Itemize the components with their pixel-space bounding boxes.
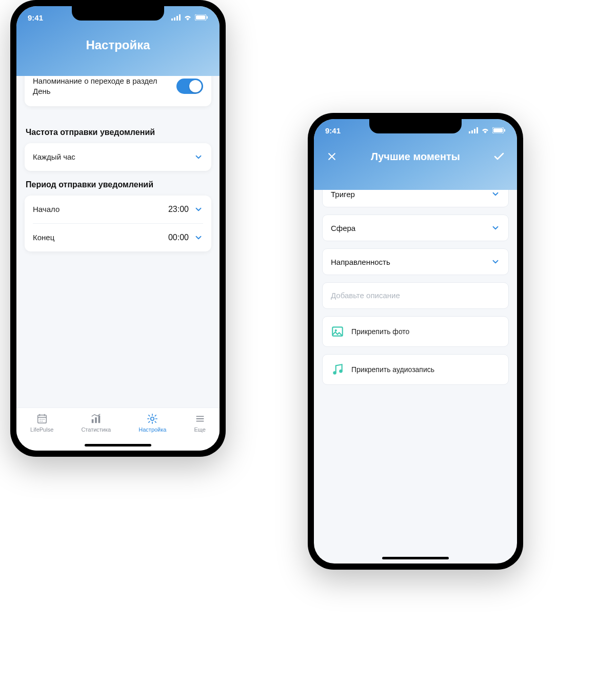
battery-icon: [492, 127, 506, 133]
svg-rect-29: [504, 129, 505, 132]
reminder-label: Напоминание о переходе в раздел День: [33, 76, 166, 97]
chevron-down-icon: [491, 257, 500, 266]
period-end-label: Конец: [33, 233, 54, 242]
menu-icon: [194, 413, 206, 424]
svg-point-19: [151, 417, 154, 420]
music-icon: [331, 363, 344, 376]
page-title: Лучшие моменты: [340, 151, 491, 163]
svg-point-33: [339, 370, 343, 373]
svg-rect-17: [95, 417, 97, 423]
reminder-toggle[interactable]: [176, 79, 203, 94]
tab-lifepulse[interactable]: LifePulse: [30, 413, 53, 433]
period-card: Начало 23:00 Конец 00:00: [25, 196, 211, 251]
svg-rect-28: [493, 128, 503, 132]
signal-icon: [469, 127, 478, 133]
status-time: 9:41: [28, 13, 43, 22]
period-heading: Период отправки уведомлений: [26, 180, 211, 189]
phone-notch: [72, 6, 164, 21]
dropdown-label: Сфера: [331, 224, 355, 232]
period-start-row[interactable]: Начало 23:00: [33, 196, 203, 223]
svg-rect-1: [174, 17, 175, 21]
period-end-value: 00:00: [168, 233, 189, 242]
svg-rect-24: [471, 130, 473, 133]
svg-rect-0: [171, 18, 173, 21]
direction-dropdown[interactable]: Направленность: [322, 248, 509, 275]
chevron-down-icon: [491, 223, 500, 232]
svg-rect-26: [476, 127, 478, 133]
phone-mockup-moments: 9:41 Лучшие моменты Тригер: [308, 113, 523, 570]
svg-point-11: [39, 419, 41, 420]
status-time: 9:41: [325, 126, 341, 135]
svg-point-14: [39, 421, 41, 422]
frequency-value: Каждый час: [33, 152, 75, 161]
attach-photo-label: Прикрепить фото: [351, 327, 409, 336]
svg-point-12: [42, 419, 43, 420]
stats-icon: [90, 413, 102, 424]
svg-rect-25: [474, 129, 475, 133]
period-start-label: Начало: [33, 205, 59, 213]
chevron-down-icon: [194, 152, 203, 162]
period-end-row[interactable]: Конец 00:00: [33, 224, 203, 251]
svg-rect-2: [176, 16, 178, 21]
gear-icon: [147, 413, 158, 424]
svg-rect-3: [179, 14, 181, 21]
check-icon: [493, 150, 505, 163]
period-start-value: 23:00: [168, 205, 189, 214]
attach-photo-button[interactable]: Прикрепить фото: [322, 316, 509, 347]
tab-stats[interactable]: Статистика: [81, 413, 111, 433]
photo-icon: [331, 325, 344, 338]
description-placeholder: Добавьте описание: [331, 291, 400, 300]
svg-point-31: [335, 329, 337, 332]
dropdown-label: Тригер: [331, 190, 355, 199]
description-input[interactable]: Добавьте описание: [322, 282, 509, 309]
svg-point-15: [42, 421, 43, 422]
svg-rect-5: [196, 15, 205, 20]
frequency-select[interactable]: Каждый час: [25, 143, 211, 171]
frequency-heading: Частота отправки уведомлений: [26, 128, 211, 137]
wifi-icon: [184, 14, 192, 21]
tab-label: Настройка: [138, 426, 166, 433]
dropdown-label: Направленность: [331, 258, 390, 266]
chevron-down-icon: [194, 233, 203, 242]
tab-settings[interactable]: Настройка: [138, 413, 166, 433]
battery-icon: [195, 14, 208, 21]
attach-audio-label: Прикрепить аудиозапись: [351, 365, 434, 374]
tab-label: LifePulse: [30, 426, 53, 433]
signal-icon: [171, 14, 181, 21]
phone-mockup-settings: 9:41 Настройка Напоминание о переходе в …: [10, 0, 226, 457]
confirm-button[interactable]: [491, 149, 507, 164]
tab-more[interactable]: Еще: [194, 413, 206, 433]
close-button[interactable]: [324, 149, 340, 164]
phone-notch: [369, 119, 462, 133]
svg-rect-18: [98, 416, 101, 423]
svg-rect-23: [469, 131, 470, 133]
close-icon: [327, 151, 337, 162]
svg-point-32: [333, 371, 336, 375]
tab-label: Еще: [194, 426, 206, 433]
chevron-down-icon: [491, 189, 500, 199]
chevron-down-icon: [194, 205, 203, 214]
svg-rect-16: [92, 419, 94, 423]
wifi-icon: [481, 127, 489, 133]
home-indicator: [382, 557, 449, 559]
tab-label: Статистика: [81, 426, 111, 433]
sphere-dropdown[interactable]: Сфера: [322, 215, 509, 241]
svg-rect-6: [207, 16, 208, 19]
attach-audio-button[interactable]: Прикрепить аудиозапись: [322, 354, 509, 385]
page-title: Настройка: [16, 38, 220, 52]
calendar-icon: [36, 413, 48, 424]
svg-point-13: [43, 419, 44, 420]
home-indicator: [85, 444, 151, 446]
